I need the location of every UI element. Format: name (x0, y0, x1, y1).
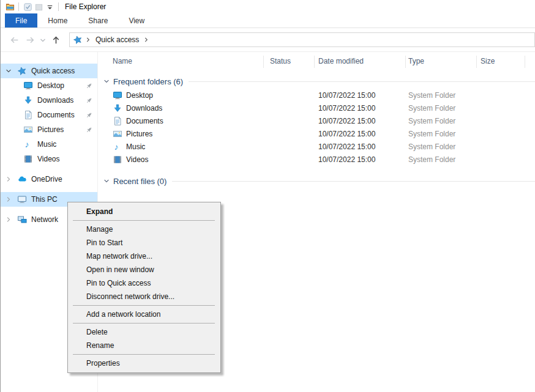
column-header-date-modified[interactable]: Date modified (318, 57, 404, 65)
menu-item-expand[interactable]: Expand (68, 205, 220, 218)
column-separator[interactable] (476, 56, 477, 68)
back-arrow-icon[interactable] (6, 32, 22, 48)
file-name: Videos (126, 155, 148, 164)
downloads-icon (23, 95, 33, 105)
tab-home[interactable]: Home (37, 13, 78, 28)
menu-item-properties[interactable]: Properties (68, 357, 220, 370)
menu-item-open-in-new-window[interactable]: Open in new window (68, 263, 220, 276)
menu-separator (73, 354, 215, 355)
file-name: Documents (126, 117, 163, 125)
file-name: Downloads (126, 104, 162, 113)
downloads-icon (113, 103, 122, 113)
column-header-size[interactable]: Size (481, 57, 523, 65)
menu-separator (73, 323, 215, 324)
breadcrumb-chevron-icon[interactable] (142, 35, 151, 44)
column-header-row: NameStatusDate modifiedTypeSize (98, 54, 535, 70)
tab-view[interactable]: View (118, 13, 155, 28)
qat-dropdown-icon[interactable] (44, 1, 55, 12)
file-type: System Folder (408, 142, 455, 151)
sidebar-item-label: Quick access (31, 67, 75, 75)
column-separator[interactable] (405, 56, 406, 68)
sidebar-item-desktop[interactable]: Desktop (0, 78, 97, 93)
column-separator[interactable] (263, 56, 264, 68)
tab-file[interactable]: File (5, 13, 37, 28)
file-row-desktop[interactable]: Desktop10/07/2022 15:00System Folder (98, 89, 535, 102)
file-date-modified: 10/07/2022 15:00 (318, 91, 375, 100)
chevron-collapsed-icon[interactable] (5, 216, 12, 223)
tab-share[interactable]: Share (78, 13, 118, 28)
forward-arrow-icon[interactable] (22, 32, 38, 48)
group-chevron-icon[interactable] (103, 78, 110, 85)
new-folder-icon[interactable] (33, 1, 44, 12)
column-header-name[interactable]: Name (113, 57, 263, 65)
chevron-collapsed-icon[interactable] (5, 176, 12, 183)
sidebar-item-label: Downloads (37, 96, 73, 105)
explorer-logo-icon[interactable] (4, 1, 15, 12)
sidebar-item-label: Videos (37, 155, 59, 163)
file-row-videos[interactable]: Videos10/07/2022 15:00System Folder (98, 153, 535, 166)
file-name: Desktop (126, 91, 153, 100)
group-chevron-icon[interactable] (103, 177, 110, 185)
file-type: System Folder (408, 117, 455, 125)
file-row-downloads[interactable]: Downloads10/07/2022 15:00System Folder (98, 102, 535, 115)
sidebar-item-quick-access[interactable]: Quick access (0, 64, 97, 78)
menu-item-pin-to-quick-access[interactable]: Pin to Quick access (68, 276, 220, 290)
column-separator[interactable] (525, 56, 525, 68)
group-label: Frequent folders (6) (113, 77, 183, 86)
network-icon (17, 215, 27, 224)
videos-icon (23, 154, 33, 164)
file-row-documents[interactable]: Documents10/07/2022 15:00System Folder (98, 115, 535, 128)
quick-access-star-icon (73, 35, 83, 45)
column-header-type[interactable]: Type (408, 57, 476, 65)
pin-icon[interactable] (85, 82, 93, 90)
group-rule (172, 181, 535, 182)
sidebar-item-documents[interactable]: Documents (0, 108, 97, 122)
menu-separator (73, 220, 215, 221)
pin-icon[interactable] (85, 126, 93, 134)
pin-icon[interactable] (85, 97, 93, 105)
file-type: System Folder (408, 130, 455, 138)
documents-icon (113, 116, 122, 126)
file-name: Pictures (126, 130, 152, 138)
menu-item-pin-to-start[interactable]: Pin to Start (68, 236, 220, 250)
qat-separator (18, 2, 19, 11)
address-bar[interactable]: Quick access (69, 32, 535, 47)
properties-check-icon[interactable] (22, 1, 33, 12)
sidebar-item-label: This PC (31, 195, 58, 204)
file-row-pictures[interactable]: Pictures10/07/2022 15:00System Folder (98, 128, 535, 141)
sidebar-item-label: Documents (37, 111, 75, 119)
menu-item-delete[interactable]: Delete (68, 325, 220, 339)
videos-icon (113, 155, 122, 165)
pin-icon[interactable] (85, 111, 93, 119)
up-arrow-icon[interactable] (48, 32, 64, 48)
menu-item-add-a-network-location[interactable]: Add a network location (68, 308, 220, 321)
chevron-collapsed-icon[interactable] (5, 196, 12, 203)
file-date-modified: 10/07/2022 15:00 (318, 155, 375, 164)
breadcrumb-chevron-icon[interactable] (84, 35, 92, 44)
file-date-modified: 10/07/2022 15:00 (318, 130, 375, 138)
column-separator[interactable] (314, 56, 315, 68)
menu-item-disconnect-network-drive[interactable]: Disconnect network drive... (68, 290, 220, 303)
breadcrumb-location[interactable]: Quick access (94, 35, 141, 44)
title-bar: File Explorer (0, 0, 535, 13)
menu-item-manage[interactable]: Manage (68, 223, 220, 236)
group-header-frequent-folders[interactable]: Frequent folders (6) (103, 75, 535, 87)
file-explorer-window: File Explorer FileHomeShareView Quick ac… (0, 0, 535, 392)
menu-item-rename[interactable]: Rename (68, 339, 220, 352)
file-type: System Folder (408, 104, 455, 113)
group-header-recent-files[interactable]: Recent files (0) (103, 175, 535, 187)
sidebar-item-onedrive[interactable]: OneDrive (0, 172, 97, 187)
file-row-music[interactable]: ♪Music10/07/2022 15:00System Folder (98, 141, 535, 153)
sidebar-item-videos[interactable]: Videos (0, 152, 97, 166)
sidebar-item-pictures[interactable]: Pictures (0, 122, 97, 137)
column-header-status[interactable]: Status (270, 57, 313, 65)
svg-text:♪: ♪ (25, 139, 29, 149)
sidebar-item-label: Pictures (37, 125, 64, 134)
menu-item-map-network-drive[interactable]: Map network drive... (68, 250, 220, 263)
file-date-modified: 10/07/2022 15:00 (318, 117, 375, 125)
recent-locations-chevron-icon[interactable] (38, 32, 48, 48)
chevron-expanded-icon[interactable] (5, 67, 12, 75)
sidebar-item-downloads[interactable]: Downloads (0, 93, 97, 108)
sidebar-item-music[interactable]: ♪Music (0, 137, 97, 152)
group-rule (189, 81, 535, 82)
